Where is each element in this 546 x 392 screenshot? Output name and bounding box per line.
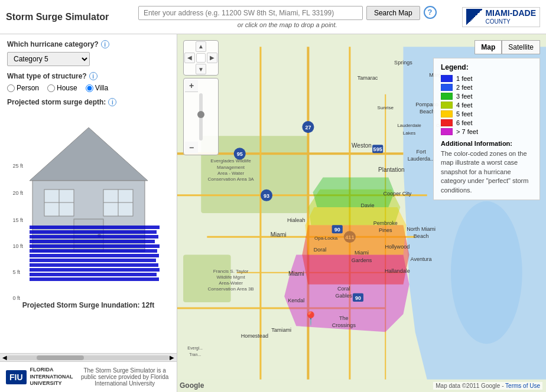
terms-of-use-link[interactable]: Terms of Use: [505, 383, 540, 389]
svg-text:Fort: Fort: [417, 149, 427, 155]
svg-text:Davie: Davie: [360, 202, 374, 208]
miami-text: MIAMI-DADE COUNTY: [485, 9, 536, 24]
map-data-text: Map data ©2011 Google: [436, 383, 500, 389]
legend-color-box: [441, 128, 453, 135]
scroll-area[interactable]: ◀ ▶: [0, 353, 177, 361]
svg-text:Doral: Doral: [314, 247, 327, 253]
depth-info-icon[interactable]: i: [108, 98, 116, 106]
svg-text:Lakes: Lakes: [403, 130, 415, 136]
zoom-handle[interactable]: [197, 111, 204, 118]
svg-text:Area - Water: Area - Water: [217, 171, 245, 176]
svg-text:Wildlife Mgmt: Wildlife Mgmt: [216, 275, 245, 280]
zoom-out-button[interactable]: −: [185, 142, 198, 153]
structure-options: Person House Villa: [7, 84, 170, 92]
zoom-slider[interactable]: [199, 93, 203, 141]
address-input[interactable]: [138, 6, 363, 20]
svg-text:93: 93: [264, 193, 269, 199]
app-title: Storm Surge Simulator: [6, 12, 112, 22]
fiu-name: FLORIDA INTERNATIONAL UNIVERSITY: [30, 367, 73, 387]
structure-person-radio[interactable]: [7, 84, 15, 92]
svg-point-12: [451, 201, 522, 344]
search-map-button[interactable]: Search Map: [366, 6, 420, 20]
structure-house-radio[interactable]: [47, 84, 55, 92]
svg-text:Aventura: Aventura: [411, 256, 433, 262]
water-bar-12: [30, 226, 160, 229]
help-icon-button[interactable]: ?: [424, 6, 437, 19]
structure-villa-radio[interactable]: [86, 84, 93, 92]
svg-text:Tamiami: Tamiami: [271, 327, 291, 333]
structure-villa-label[interactable]: Villa: [86, 84, 108, 92]
header-center: Search Map ? or click on the map to drop…: [118, 6, 456, 28]
legend-item-label: 6 feet: [456, 119, 473, 126]
structure-info-icon[interactable]: i: [89, 72, 98, 80]
svg-text:Sunrise: Sunrise: [378, 105, 394, 110]
scroll-left-btn[interactable]: ◀: [2, 354, 7, 361]
svg-text:Pines: Pines: [379, 227, 392, 233]
fiu-name1: FLORIDA: [30, 367, 73, 374]
footer: FIU FLORIDA INTERNATIONAL UNIVERSITY The…: [0, 361, 177, 392]
legend-item-label: > 7 feet: [456, 128, 478, 135]
legend: Legend: 1 feet2 feet3 feet4 feet5 feet6 …: [433, 58, 540, 200]
fiu-badge: FIU: [6, 370, 27, 384]
svg-text:📍: 📍: [303, 311, 319, 326]
svg-text:North Miami: North Miami: [407, 226, 436, 232]
water-bar-10: [30, 235, 158, 239]
map-type-map-button[interactable]: Map: [474, 40, 502, 54]
scroll-right-btn[interactable]: ▶: [170, 354, 174, 361]
scroll-thumb[interactable]: [37, 355, 84, 360]
water-bar-9: [30, 240, 155, 243]
legend-color-box: [441, 93, 453, 100]
svg-text:Tran...: Tran...: [189, 352, 201, 357]
nav-down-button[interactable]: ▼: [196, 64, 206, 74]
svg-text:Opa-Locka: Opa-Locka: [314, 236, 338, 241]
svg-text:27: 27: [305, 125, 311, 130]
category-select[interactable]: Category 1 Category 2 Category 3 Categor…: [7, 52, 90, 66]
google-logo: Google: [180, 381, 204, 390]
water-bar-6: [30, 254, 159, 257]
map-controls: ▲ ◀ ▶ ▼ + −: [183, 40, 219, 155]
legend-item-label: 2 feet: [456, 84, 473, 91]
nav-left-button[interactable]: ◀: [184, 53, 195, 63]
structure-person-label[interactable]: Person: [7, 84, 39, 92]
structure-house-label[interactable]: House: [47, 84, 77, 92]
water-bar-4: [30, 263, 158, 267]
additional-info-title: Additional Information:: [441, 140, 532, 147]
svg-text:Beach: Beach: [414, 233, 429, 239]
legend-item: > 7 feet: [441, 128, 532, 135]
map-attribution: Map data ©2011 Google - Terms of Use: [433, 382, 542, 390]
fiu-logo: FIU FLORIDA INTERNATIONAL UNIVERSITY: [6, 367, 73, 387]
nav-up-button[interactable]: ▲: [196, 41, 206, 52]
svg-text:Crossings: Crossings: [332, 322, 356, 328]
fiu-name2: INTERNATIONAL: [30, 374, 73, 381]
water-bar-3: [30, 268, 160, 272]
svg-text:Everglades Wildlife: Everglades Wildlife: [210, 158, 251, 164]
water-bar-2: [30, 273, 157, 276]
legend-item: 5 feet: [441, 110, 532, 117]
legend-item-label: 5 feet: [456, 110, 473, 117]
legend-title: Legend:: [441, 63, 532, 71]
svg-text:Weston: Weston: [352, 142, 372, 149]
svg-text:Area-Water: Area-Water: [219, 280, 243, 286]
legend-item-label: 4 feet: [456, 102, 473, 109]
svg-marker-36: [313, 178, 394, 207]
svg-text:595: 595: [373, 146, 382, 152]
svg-text:Miami: Miami: [288, 270, 304, 277]
hurricane-section-title: Which hurricane category? i: [7, 40, 170, 48]
zoom-in-button[interactable]: +: [185, 80, 198, 92]
nav-right-button[interactable]: ▶: [207, 53, 217, 63]
water-bar-8: [30, 244, 160, 248]
svg-text:Hollywood: Hollywood: [385, 244, 410, 250]
legend-color-box: [441, 110, 453, 117]
water-bar-7: [30, 249, 157, 253]
svg-text:90: 90: [355, 295, 361, 301]
svg-text:Evergl...: Evergl...: [187, 346, 203, 351]
map-area[interactable]: 95 27 93 411 Weston Plantation Fort Laud…: [177, 34, 546, 392]
scroll-track[interactable]: [7, 355, 170, 360]
hurricane-info-icon[interactable]: i: [101, 40, 109, 48]
legend-color-box: [441, 102, 453, 109]
map-type-satellite-button[interactable]: Satellite: [502, 40, 540, 54]
legend-item: 1 feet: [441, 75, 532, 82]
address-row: Search Map ?: [118, 6, 456, 20]
water-bars: [30, 226, 160, 282]
svg-text:Beach: Beach: [420, 109, 435, 115]
